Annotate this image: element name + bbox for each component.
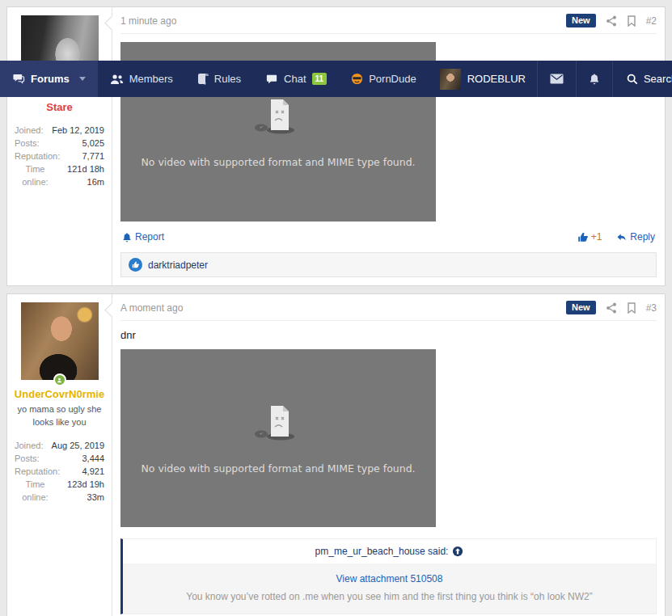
reactions-bar[interactable]: darktriadpeter: [120, 252, 657, 277]
quote-header: pm_me_ur_beach_house said:: [123, 539, 656, 563]
post-timestamp[interactable]: A moment ago: [120, 302, 183, 314]
stat-time-online: Time online: 121d 18h 16m: [15, 163, 104, 189]
new-badge: New: [566, 301, 596, 314]
post-2-user-cell: Stare Joined: Feb 12, 2019 Posts: 5,025 …: [7, 7, 112, 285]
quote-body: View attachment 510508 You know you’ve r…: [123, 563, 656, 614]
inbox-button[interactable]: [537, 61, 576, 97]
post-number-link[interactable]: #2: [646, 15, 657, 27]
nav-item-chat[interactable]: Chat 11: [253, 61, 339, 97]
share-icon[interactable]: [606, 15, 617, 27]
bell-icon: [589, 73, 600, 85]
stat-posts: Posts: 5,025: [15, 137, 104, 150]
account-menu[interactable]: RODEBLUR: [429, 61, 537, 97]
online-status-icon: [53, 373, 66, 386]
post-timestamp[interactable]: 1 minute ago: [120, 15, 176, 27]
stat-joined: Joined: Feb 12, 2019: [15, 124, 104, 137]
stat-reputation: Reputation: 7,771: [15, 150, 104, 163]
main-navbar: Forums Members Rules Chat 11 Po: [0, 61, 672, 97]
nav-item-porndude[interactable]: PornDude: [339, 61, 429, 97]
post-header: 1 minute ago New #2: [120, 14, 657, 34]
nav-item-rules[interactable]: Rules: [185, 61, 253, 97]
post-body-text: dnr: [120, 329, 657, 341]
quote-text: You know you’ve rotted on .me when you s…: [133, 590, 646, 604]
reaction-user-link[interactable]: darktriadpeter: [148, 259, 208, 271]
share-icon[interactable]: [606, 302, 617, 314]
account-username: RODEBLUR: [467, 73, 526, 85]
forums-icon: [12, 73, 25, 85]
view-attachment-link[interactable]: View attachment 510508: [336, 573, 443, 584]
post-3-content: A moment ago New #3 dnr: [112, 294, 665, 616]
reply-arrow-icon: [616, 232, 627, 243]
post-header-actions: New #2: [566, 14, 657, 27]
envelope-icon: [550, 74, 564, 84]
thumbs-up-icon: [577, 232, 588, 243]
post-2: Stare Joined: Feb 12, 2019 Posts: 5,025 …: [6, 6, 666, 286]
quote-block: pm_me_ur_beach_house said: View attachme…: [120, 538, 657, 614]
post-3: UnderCovrN0rmie yo mama so ugly she look…: [6, 293, 666, 616]
user-stats: Joined: Aug 25, 2019 Posts: 3,444 Reputa…: [12, 440, 107, 504]
members-icon: [110, 74, 124, 85]
stat-reputation: Reputation: 4,921: [15, 466, 104, 479]
broken-video-icon: [251, 96, 305, 135]
report-button[interactable]: Report: [122, 231, 164, 243]
stat-joined: Joined: Aug 25, 2019: [15, 440, 104, 453]
porndude-logo-icon: [351, 73, 363, 85]
alerts-button[interactable]: [576, 61, 612, 97]
nav-item-forums[interactable]: Forums: [0, 61, 98, 97]
like-reaction-icon: [129, 258, 142, 272]
rules-icon: [197, 73, 209, 85]
jump-to-post-icon[interactable]: [452, 546, 463, 557]
username-link[interactable]: UnderCovrN0rmie: [12, 388, 107, 400]
post-header: A moment ago New #3: [120, 301, 657, 321]
chat-icon: [265, 74, 278, 85]
nav-item-members[interactable]: Members: [98, 61, 185, 97]
new-badge: New: [566, 14, 596, 27]
report-bell-icon: [122, 232, 132, 243]
stat-posts: Posts: 3,444: [15, 453, 104, 466]
avatar[interactable]: [21, 302, 99, 380]
chevron-down-icon[interactable]: [79, 77, 86, 81]
video-error-text: No video with supported format and MIME …: [141, 156, 415, 168]
post-actions: +1 Reply: [577, 231, 655, 243]
user-custom-title: yo mama so ugly she looks like you: [12, 403, 107, 428]
account-avatar: [440, 69, 461, 90]
post-footer: Report +1 Reply: [120, 222, 657, 249]
post-number-link[interactable]: #3: [646, 302, 657, 314]
post-2-content: 1 minute ago New #2: [112, 7, 665, 285]
bookmark-icon[interactable]: [627, 15, 636, 27]
bookmark-icon[interactable]: [627, 302, 636, 314]
post-header-actions: New #3: [566, 301, 657, 314]
quote-author-link[interactable]: pm_me_ur_beach_house said:: [315, 546, 449, 557]
video-error-text: No video with supported format and MIME …: [141, 462, 415, 475]
chat-unread-badge: 11: [312, 73, 328, 85]
like-button[interactable]: +1: [577, 231, 602, 243]
navbar-right: RODEBLUR Search: [429, 61, 672, 97]
username-link[interactable]: Stare: [12, 101, 107, 113]
reply-button[interactable]: Reply: [616, 231, 655, 243]
search-button[interactable]: Search: [612, 61, 672, 97]
video-player-error[interactable]: No video with supported format and MIME …: [120, 349, 436, 527]
user-stats: Joined: Feb 12, 2019 Posts: 5,025 Reputa…: [12, 124, 107, 189]
broken-video-icon: [251, 403, 305, 441]
post-3-user-cell: UnderCovrN0rmie yo mama so ugly she look…: [7, 294, 112, 616]
forum-thread-page: Stare Joined: Feb 12, 2019 Posts: 5,025 …: [0, 0, 672, 616]
search-icon: [627, 74, 638, 85]
stat-time-online: Time online: 123d 19h 33m: [15, 479, 104, 504]
